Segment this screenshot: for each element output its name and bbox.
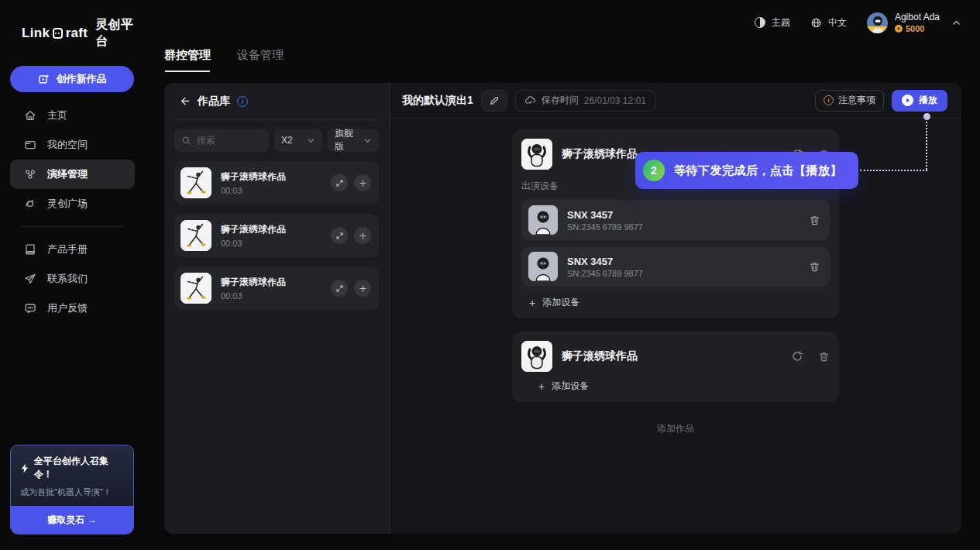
promo-card: 全平台创作人召集令！ 成为首批"机器人导演"！ 赚取灵石 → xyxy=(10,445,134,535)
library-header: 作品库 i xyxy=(174,83,379,119)
speed-select[interactable]: X2 xyxy=(274,129,322,152)
work-title: 狮子滚绣球作品 xyxy=(221,170,325,184)
play-button[interactable]: 播放 xyxy=(892,90,947,112)
sidebar-item-home[interactable]: 主页 xyxy=(10,101,135,130)
promo-subtitle: 成为首批"机器人导演"！ xyxy=(20,486,124,498)
refresh-icon[interactable] xyxy=(791,350,803,363)
logo-face-icon xyxy=(53,28,63,39)
cloud-check-icon xyxy=(524,95,536,106)
create-new-work-button[interactable]: 创作新作品 xyxy=(10,66,134,92)
logo-text-suffix: raft xyxy=(66,26,88,41)
device-name: SNX 3457 xyxy=(567,209,809,221)
sidebar: Linkraft 灵创平台 创作新作品 主页 我的空间 xyxy=(0,0,145,550)
delete-work-icon[interactable] xyxy=(818,351,830,363)
user-info: Agibot Ada 5000 xyxy=(895,12,940,33)
logo-text-prefix: Link xyxy=(22,26,50,41)
work-thumbnail xyxy=(521,139,552,170)
device-serial: SN:2345 6789 9877 xyxy=(567,269,809,278)
plus-icon: + xyxy=(529,297,535,309)
topbar: 主题 中文 Agibot Ada 5000 xyxy=(755,12,961,33)
app-root: Linkraft 灵创平台 创作新作品 主页 我的空间 xyxy=(0,0,980,550)
tab-group-control[interactable]: 群控管理 xyxy=(164,48,211,72)
library-title: 作品库 xyxy=(198,95,230,108)
device-name: SNX 3457 xyxy=(567,256,809,267)
work-title: 狮子滚绣球作品 xyxy=(221,223,325,236)
work-meta: 狮子滚绣球作品 00:03 xyxy=(221,276,325,301)
theme-toggle[interactable]: 主题 xyxy=(755,16,790,29)
promo-content: 全平台创作人召集令！ 成为首批"机器人导演"！ xyxy=(11,445,133,506)
sidebar-item-label: 我的空间 xyxy=(47,138,88,152)
card-work-title: 狮子滚绣球作品 xyxy=(562,349,776,363)
logo-cn-text: 灵创平台 xyxy=(95,17,135,50)
add-work-button[interactable]: 添加作品 xyxy=(390,422,961,435)
chevron-up-icon[interactable] xyxy=(951,18,961,28)
sidebar-item-performance-management[interactable]: 演绎管理 xyxy=(10,160,135,189)
device-row[interactable]: SNX 3457 SN:2345 6789 9877 xyxy=(521,246,830,287)
chat-bubble-icon xyxy=(24,302,36,315)
remove-device-icon[interactable] xyxy=(809,261,820,273)
device-serial: SN:2345 6789 9877 xyxy=(567,222,809,232)
edit-title-button[interactable] xyxy=(481,90,507,112)
device-row[interactable]: SNX 3457 SN:2345 6789 9877 xyxy=(521,200,830,240)
add-to-stage-button[interactable] xyxy=(354,174,371,191)
version-select[interactable]: 旗舰版 xyxy=(328,129,379,152)
sidebar-item-product-manual[interactable]: 产品手册 xyxy=(10,235,135,264)
globe-icon xyxy=(810,17,822,29)
library-item[interactable]: 狮子滚绣球作品 00:03 xyxy=(174,214,379,257)
connector-dot xyxy=(923,113,930,120)
chevron-down-icon xyxy=(363,136,372,145)
add-to-stage-button[interactable] xyxy=(354,227,371,244)
back-arrow-icon[interactable] xyxy=(179,95,191,107)
work-library-panel: 作品库 i X2 旗舰版 xyxy=(164,83,390,534)
work-meta: 狮子滚绣球作品 00:03 xyxy=(221,170,325,195)
notice-button[interactable]: i 注意事项 xyxy=(815,90,884,112)
sidebar-item-label: 用户反馈 xyxy=(47,301,88,315)
stage-panel: 我的默认演出1 保存时间 26/01/03 12:01 i 注意事项 xyxy=(390,83,961,534)
stage-work-card: 狮子滚绣球作品 + 添加设备 xyxy=(512,332,839,402)
tab-device-management[interactable]: 设备管理 xyxy=(237,48,284,72)
add-to-stage-button[interactable] xyxy=(354,280,371,297)
work-thumbnail xyxy=(181,167,211,198)
library-filters: X2 旗舰版 xyxy=(174,129,379,152)
language-switcher[interactable]: 中文 xyxy=(810,16,847,29)
search-input[interactable] xyxy=(197,135,259,146)
promo-title-row: 全平台创作人召集令！ xyxy=(20,455,124,481)
library-divider xyxy=(174,119,379,120)
expand-button[interactable] xyxy=(331,227,348,244)
library-list: 狮子滚绣球作品 00:03 狮子滚绣球作品 xyxy=(174,161,379,310)
sidebar-divider xyxy=(21,226,124,227)
device-meta: SNX 3457 SN:2345 6789 9877 xyxy=(567,256,809,278)
sidebar-item-my-space[interactable]: 我的空间 xyxy=(10,130,135,160)
add-device-button[interactable]: + 添加设备 xyxy=(521,380,830,393)
library-item[interactable]: 狮子滚绣球作品 00:03 xyxy=(174,161,379,205)
expand-button[interactable] xyxy=(331,174,348,191)
performance-icon xyxy=(24,168,36,180)
device-avatar xyxy=(528,205,558,235)
home-icon xyxy=(24,109,36,122)
remove-device-icon[interactable] xyxy=(809,215,820,226)
coin-balance: 5000 xyxy=(895,24,940,33)
earn-gems-button[interactable]: 赚取灵石 → xyxy=(11,506,133,534)
language-label: 中文 xyxy=(828,16,847,29)
sidebar-item-user-feedback[interactable]: 用户反馈 xyxy=(10,294,135,323)
card-title-row: 狮子滚绣球作品 xyxy=(521,341,830,372)
search-box[interactable] xyxy=(174,129,269,152)
coin-amount: 5000 xyxy=(906,24,924,33)
expand-button[interactable] xyxy=(331,280,348,297)
promo-title: 全平台创作人召集令！ xyxy=(34,455,124,481)
add-device-button[interactable]: + 添加设备 xyxy=(521,296,830,309)
work-title: 狮子滚绣球作品 xyxy=(221,276,325,289)
user-menu[interactable]: Agibot Ada 5000 xyxy=(867,12,961,33)
main-tabs: 群控管理 设备管理 xyxy=(164,48,284,72)
info-icon[interactable]: i xyxy=(237,96,248,107)
sidebar-item-plaza[interactable]: 灵创广场 xyxy=(10,189,135,218)
sidebar-item-contact-us[interactable]: 联系我们 xyxy=(10,264,135,294)
show-title: 我的默认演出1 xyxy=(402,94,473,108)
work-duration: 00:03 xyxy=(221,186,325,195)
coin-icon xyxy=(895,25,903,33)
library-item[interactable]: 狮子滚绣球作品 00:03 xyxy=(174,266,379,310)
lightning-icon xyxy=(20,463,29,473)
device-avatar xyxy=(528,252,558,281)
work-thumbnail xyxy=(181,220,211,251)
create-button-label: 创作新作品 xyxy=(57,72,107,86)
